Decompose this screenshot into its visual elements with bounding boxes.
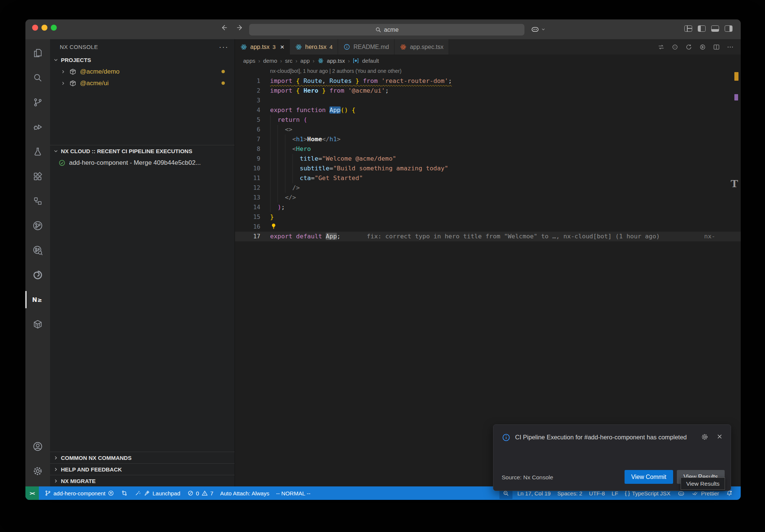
code-line-7[interactable]: 7 <h1>Home</h1> — [235, 134, 741, 144]
run-play-icon[interactable] — [699, 43, 706, 51]
main-area: N≥ NX CONSOLE ··· PROJECTS @ — [25, 39, 741, 486]
branch-indicator[interactable]: add-hero-component — [41, 486, 118, 500]
extensions-icon[interactable] — [25, 164, 50, 189]
vim-mode-indicator[interactable]: -- NORMAL -- — [273, 486, 314, 500]
toggle-panel-icon[interactable] — [711, 25, 719, 32]
code-line-10[interactable]: 10 subtitle="Build something amazing tod… — [235, 164, 741, 173]
breadcrumb-item[interactable]: demo — [263, 58, 278, 64]
code-line-2[interactable]: 2import { Hero } from '@acme/ui'; — [235, 86, 741, 96]
gear-icon[interactable] — [701, 433, 709, 441]
tab-bar: app.tsx 3 × hero.tsx 4 README.md app.spe… — [235, 39, 741, 55]
chevron-down-icon — [53, 57, 59, 63]
nx-graph-icon[interactable] — [25, 213, 50, 238]
chevron-separator: › — [295, 58, 297, 64]
nx-console-icon[interactable]: N≥ — [25, 287, 50, 312]
code-editor[interactable]: apps› demo› src› app› app.tsx› default n… — [235, 55, 741, 486]
container-icon[interactable] — [25, 312, 50, 337]
section-common-nx-commands[interactable]: COMMON NX COMMANDS — [50, 452, 235, 463]
view-results-tooltip: View Results — [681, 477, 725, 490]
chevron-separator: › — [280, 58, 282, 64]
blame-right-truncated: nx-cloud[b — [704, 232, 741, 241]
breadcrumb-symbol[interactable]: default — [362, 58, 379, 64]
problems-indicator[interactable]: 0 7 — [184, 486, 217, 500]
code-line-13[interactable]: 13 </> — [235, 193, 741, 202]
sync-circle-icon[interactable] — [685, 43, 693, 51]
testing-icon[interactable] — [25, 139, 50, 164]
section-nx-migrate[interactable]: NX MIGRATE — [50, 475, 235, 486]
code-line-17[interactable]: 17export default App;fix: correct typo i… — [235, 232, 741, 241]
command-center-search[interactable]: acme — [249, 24, 524, 35]
settings-gear-icon[interactable] — [25, 459, 50, 483]
nx-cloud-graph-icon[interactable] — [25, 238, 50, 263]
tab-app-tsx[interactable]: app.tsx 3 × — [235, 39, 290, 55]
projects-section-header[interactable]: PROJECTS — [50, 54, 235, 66]
account-icon[interactable] — [25, 434, 50, 459]
section-help-and-feedback[interactable]: HELP AND FEEDBACK — [50, 463, 235, 475]
more-actions-icon[interactable]: ··· — [219, 45, 229, 49]
maximize-window-button[interactable] — [51, 25, 57, 31]
close-window-button[interactable] — [32, 25, 38, 31]
problems-badge: 4 — [329, 44, 332, 50]
code-line-14[interactable]: 14 ); — [235, 202, 741, 212]
pipeline-execution-item[interactable]: add-hero-component - Merge 409b44e5cb02.… — [50, 157, 235, 169]
copilot-menu[interactable] — [530, 25, 546, 34]
back-arrow-icon[interactable] — [220, 24, 228, 32]
ellipsis-icon[interactable] — [727, 43, 734, 51]
breadcrumb-item[interactable]: apps — [243, 58, 255, 64]
view-commit-button[interactable]: View Commit — [625, 470, 673, 484]
breadcrumb-file[interactable]: app.tsx — [327, 58, 345, 64]
code-line-4[interactable]: 4export function App() { — [235, 105, 741, 115]
breadcrumb-item[interactable]: src — [285, 58, 292, 64]
lightbulb-icon[interactable] — [270, 223, 277, 230]
error-icon — [187, 490, 194, 497]
chevron-right-icon — [61, 81, 66, 86]
remote-indicator[interactable]: >< — [25, 486, 39, 500]
modified-dot — [222, 70, 225, 73]
tab-label: hero.tsx — [305, 44, 326, 50]
code-line-6[interactable]: 6 <> — [235, 125, 741, 134]
arrow-swap-icon[interactable] — [657, 43, 665, 51]
source-control-icon[interactable] — [25, 90, 50, 115]
tab-label: app.spec.tsx — [410, 44, 443, 50]
sidebar-title: NX CONSOLE — [60, 44, 98, 50]
toggle-sidebar-right-icon[interactable] — [725, 25, 733, 32]
toggle-sidebar-left-icon[interactable] — [698, 25, 706, 32]
code-line-16[interactable]: 16 — [235, 222, 741, 232]
auto-attach-indicator[interactable]: Auto Attach: Always — [217, 486, 273, 500]
minimize-window-button[interactable] — [41, 25, 47, 31]
tab-readme-md[interactable]: README.md — [338, 39, 394, 55]
codelens-blame[interactable]: nx-cloud[bot], 1 hour ago | 2 authors (Y… — [235, 66, 741, 76]
split-editor-icon[interactable] — [713, 43, 720, 51]
code-line-15[interactable]: 15} — [235, 212, 741, 222]
launchpad-indicator[interactable]: Launchpad — [131, 486, 183, 500]
code-line-3[interactable]: 3 — [235, 96, 741, 105]
project-details-icon[interactable] — [25, 189, 50, 213]
tab-app-spec-tsx[interactable]: app.spec.tsx — [394, 39, 449, 55]
git-compare-indicator[interactable] — [118, 486, 131, 500]
code-line-1[interactable]: 1import { Route, Routes } from 'react-ro… — [235, 76, 741, 86]
search-icon[interactable] — [25, 65, 50, 90]
breadcrumb-item[interactable]: app — [300, 58, 310, 64]
code-line-5[interactable]: 5 return ( — [235, 115, 741, 125]
close-icon[interactable]: × — [280, 43, 284, 51]
nx-cloud-section: NX CLOUD :: RECENT CI PIPELINE EXECUTION… — [50, 145, 235, 452]
explorer-icon[interactable] — [25, 41, 50, 65]
react-icon — [400, 43, 407, 50]
target-circle-icon[interactable] — [671, 43, 679, 51]
tab-hero-tsx[interactable]: hero.tsx 4 — [290, 39, 338, 55]
activity-bar: N≥ — [25, 39, 50, 486]
customize-layout-icon[interactable] — [684, 25, 692, 32]
code-line-9[interactable]: 9 title="Welcome @acme/demo" — [235, 154, 741, 164]
project-name: @acme/ui — [80, 80, 109, 87]
project-item-acme-ui[interactable]: @acme/ui — [50, 77, 235, 89]
code-line-12[interactable]: 12 /> — [235, 183, 741, 193]
nx-swirl-icon[interactable] — [25, 263, 50, 287]
nx-cloud-section-header[interactable]: NX CLOUD :: RECENT CI PIPELINE EXECUTION… — [50, 145, 235, 157]
forward-arrow-icon[interactable] — [236, 24, 244, 32]
notification-message: CI Pipeline Execution for #add-hero-comp… — [515, 432, 694, 443]
code-line-11[interactable]: 11 cta="Get Started" — [235, 173, 741, 183]
code-line-8[interactable]: 8 <Hero — [235, 144, 741, 154]
run-debug-icon[interactable] — [25, 115, 50, 139]
project-item-acme-demo[interactable]: @acme/demo — [50, 66, 235, 77]
close-icon[interactable] — [716, 433, 723, 441]
